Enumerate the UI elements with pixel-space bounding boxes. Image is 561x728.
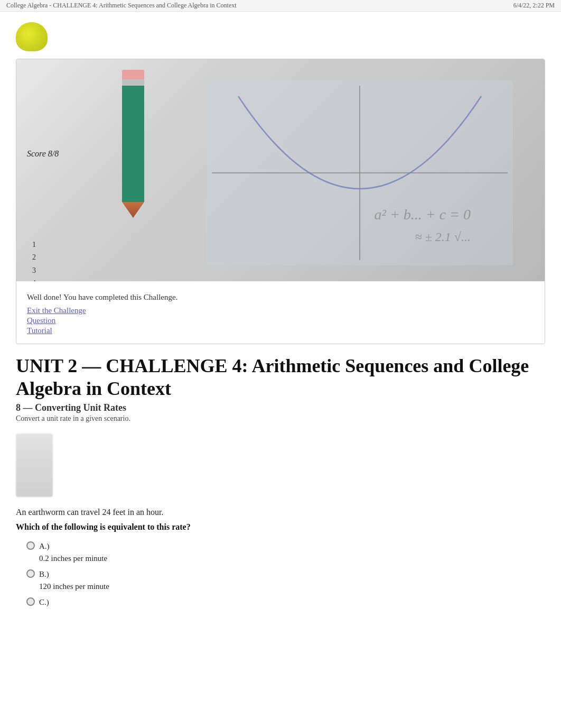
skill-description: Convert a unit rate in a given scenario.	[16, 414, 545, 423]
option-a-label: A.)	[39, 540, 107, 552]
tutorial-link[interactable]: Tutorial	[27, 326, 534, 335]
page-content: Score 8/8 1 2 3 4 5 6 7 8	[0, 12, 561, 630]
question-figure	[16, 434, 53, 497]
exit-challenge-link[interactable]: Exit the Challenge	[27, 306, 534, 315]
completion-message: Well done! You have completed this Chall…	[27, 293, 534, 302]
pencil-tip	[122, 202, 144, 218]
score-label: Score 8/8	[27, 149, 59, 158]
option-b[interactable]: B.) 120 inches per minute	[26, 568, 545, 592]
option-a-text: 0.2 inches per minute	[39, 552, 107, 565]
math-formula-1: a² + b... + c = 0	[374, 206, 471, 223]
answer-options: A.) 0.2 inches per minute B.) 120 inches…	[26, 540, 545, 609]
pencil-eraser	[122, 70, 144, 79]
question-prompt: Which of the following is equivalent to …	[16, 522, 545, 532]
pencil-ferrule	[122, 79, 144, 86]
challenge-background: Score 8/8 1 2 3 4 5 6 7 8	[16, 59, 545, 281]
logo-area	[16, 22, 545, 53]
panel-footer: Well done! You have completed this Chall…	[16, 281, 545, 344]
challenge-panel: Score 8/8 1 2 3 4 5 6 7 8	[16, 59, 545, 344]
radio-c[interactable]	[26, 597, 35, 606]
pencil-graphic	[122, 70, 144, 218]
math-formula-2: ≈ ± 2.1 √...	[415, 230, 471, 244]
option-b-label: B.)	[39, 568, 109, 580]
pencil-body	[122, 86, 144, 202]
logo-icon	[16, 22, 48, 51]
question-stem: An earthworm can travel 24 feet in an ho…	[16, 508, 545, 517]
option-a[interactable]: A.) 0.2 inches per minute	[26, 540, 545, 564]
radio-b[interactable]	[26, 569, 35, 578]
option-b-text: 120 inches per minute	[39, 580, 109, 593]
question-subtitle: 8 — Converting Unit Rates	[16, 402, 545, 413]
question-numbers-list: 1 2 3 4 5 6 7 8	[32, 239, 36, 281]
graph-area: a² + b... + c = 0 ≈ ± 2.1 √...	[207, 80, 513, 265]
option-c-label: C.)	[39, 596, 49, 609]
option-c[interactable]: C.)	[26, 596, 545, 609]
unit-title: UNIT 2 — CHALLENGE 4: Arithmetic Sequenc…	[16, 355, 545, 400]
page-title: College Algebra - CHALLENGE 4: Arithmeti…	[6, 2, 237, 10]
links-area[interactable]: Exit the Challenge Question Tutorial	[27, 306, 534, 335]
radio-a[interactable]	[26, 541, 35, 550]
datetime: 6/4/22, 2:22 PM	[513, 2, 555, 10]
question-link[interactable]: Question	[27, 316, 534, 325]
browser-title-bar: College Algebra - CHALLENGE 4: Arithmeti…	[0, 0, 561, 12]
